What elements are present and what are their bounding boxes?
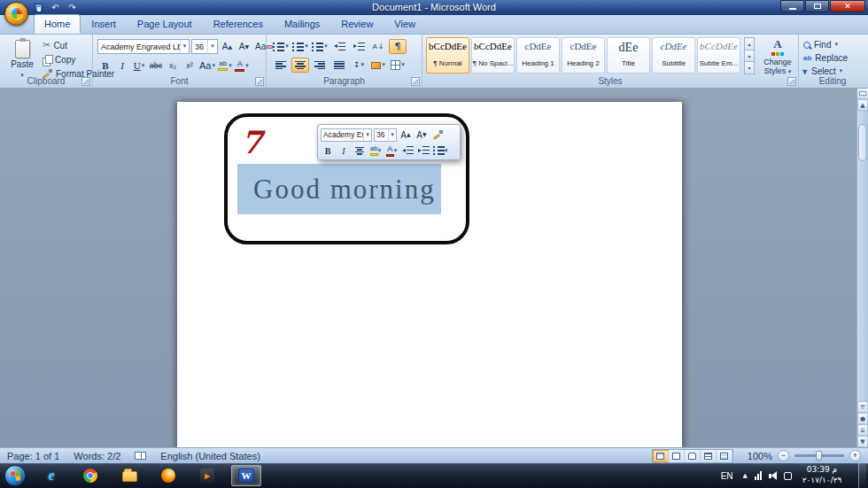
language-bar[interactable]: EN xyxy=(718,470,736,482)
style-title[interactable]: dEe Title xyxy=(607,37,650,74)
hidden-icons-chevron[interactable]: ▲ xyxy=(743,472,748,479)
find-button[interactable]: Find ▾ xyxy=(803,38,848,51)
show-hide-paragraph-button[interactable]: ¶ xyxy=(389,39,407,54)
action-center-icon[interactable] xyxy=(784,472,792,480)
mini-align-center-button[interactable] xyxy=(353,144,367,158)
taskbar-firefox[interactable] xyxy=(153,465,183,486)
paragraph-dialog-launcher[interactable]: ◿ xyxy=(411,77,420,86)
align-right-button[interactable] xyxy=(311,58,329,73)
subscript-button[interactable]: x₂ xyxy=(165,58,181,74)
mini-italic-button[interactable]: I xyxy=(337,144,351,158)
zoom-level[interactable]: 100% xyxy=(748,451,772,461)
speaker-icon[interactable] xyxy=(769,471,777,480)
proofing-icon[interactable] xyxy=(135,452,146,460)
mini-format-painter-button[interactable] xyxy=(430,128,445,142)
web-layout-view-button[interactable] xyxy=(685,450,701,462)
tab-home[interactable]: Home xyxy=(34,14,81,34)
style-no-spacing[interactable]: bCcDdEe ¶ No Spaci... xyxy=(471,37,515,74)
taskbar-clock[interactable]: 03:39 م ٢٠١٧/١٠/٢٩ xyxy=(799,465,845,485)
numbering-button[interactable]: ▾ xyxy=(291,39,309,54)
save-button[interactable] xyxy=(32,2,45,14)
bullets-button[interactable]: ▾ xyxy=(272,39,290,54)
mini-highlight-button[interactable]: ab▾ xyxy=(368,144,383,158)
zoom-in-button[interactable]: + xyxy=(849,450,861,461)
text-highlight-button[interactable]: ab ▾ xyxy=(217,58,233,74)
word-count[interactable]: Words: 2/2 xyxy=(74,451,120,461)
mini-decrease-indent-button[interactable] xyxy=(400,144,415,158)
taskbar-file-explorer[interactable] xyxy=(114,465,144,486)
show-desktop-button[interactable] xyxy=(858,463,866,488)
mini-font-color-button[interactable]: A▾ xyxy=(384,144,399,158)
taskbar-internet-explorer[interactable]: e xyxy=(36,465,66,486)
font-family-combo[interactable]: Academy Engraved LET ▾ xyxy=(97,39,190,54)
superscript-button[interactable]: x² xyxy=(182,58,198,74)
clipboard-dialog-launcher[interactable]: ◿ xyxy=(81,77,90,86)
style-subtitle[interactable]: cDdEe Subtitle xyxy=(652,37,695,74)
tab-view[interactable]: View xyxy=(384,14,426,34)
gallery-more-button[interactable]: ▾ xyxy=(744,61,755,74)
scrollbar-thumb[interactable] xyxy=(858,124,867,161)
vertical-scrollbar[interactable]: ▲ ⇈ ● ⇊ ▼ xyxy=(856,89,868,447)
decrease-indent-button[interactable] xyxy=(330,39,348,54)
mini-grow-font-button[interactable]: A▲ xyxy=(399,128,413,142)
gallery-scroll-up-button[interactable]: ▴ xyxy=(744,37,755,50)
style-subtle-emphasis[interactable]: bCcDdEe Subtle Em... xyxy=(697,37,740,74)
zoom-slider[interactable] xyxy=(794,454,844,457)
scroll-down-button[interactable]: ▼ xyxy=(857,436,868,447)
mini-font-size-combo[interactable]: 36 ▾ xyxy=(374,128,397,142)
grow-font-button[interactable]: A▲ xyxy=(220,39,235,54)
scroll-up-button[interactable]: ▲ xyxy=(857,99,868,111)
view-ruler-button[interactable] xyxy=(857,89,868,99)
mini-bullets-button[interactable]: ▾ xyxy=(432,144,449,158)
close-button[interactable]: ✕ xyxy=(830,0,865,12)
style-heading1[interactable]: cDdEe Heading 1 xyxy=(516,37,560,74)
zoom-out-button[interactable]: − xyxy=(778,450,789,461)
sort-button[interactable]: A↓ xyxy=(369,39,387,54)
align-left-button[interactable] xyxy=(272,58,290,73)
tab-mailings[interactable]: Mailings xyxy=(274,14,330,34)
font-dialog-launcher[interactable]: ◿ xyxy=(255,77,264,86)
page-indicator[interactable]: Page: 1 of 1 xyxy=(7,451,59,461)
font-color-button[interactable]: A ▾ xyxy=(234,58,250,74)
change-case-button[interactable]: Aa▾ xyxy=(198,58,216,74)
line-spacing-button[interactable]: ↕▾ xyxy=(350,58,368,73)
underline-button[interactable]: U▾ xyxy=(131,58,147,74)
styles-dialog-launcher[interactable]: ◿ xyxy=(787,77,796,86)
start-button[interactable] xyxy=(4,465,26,486)
redo-button[interactable]: ↷ xyxy=(66,2,79,14)
replace-button[interactable]: ab Replace xyxy=(803,51,848,65)
font-size-combo[interactable]: 36 ▾ xyxy=(191,39,218,54)
previous-page-button[interactable]: ⇈ xyxy=(857,401,868,413)
shrink-font-button[interactable]: A▼ xyxy=(236,39,252,54)
borders-button[interactable]: ▾ xyxy=(389,58,407,73)
justify-button[interactable] xyxy=(330,58,348,73)
office-button[interactable] xyxy=(4,2,28,26)
style-normal[interactable]: bCcDdEe ¶ Normal xyxy=(426,37,469,74)
maximize-button[interactable] xyxy=(805,0,829,12)
style-heading2[interactable]: cDdEe Heading 2 xyxy=(562,37,605,74)
select-browse-object-button[interactable]: ● xyxy=(857,413,868,424)
next-page-button[interactable]: ⇊ xyxy=(857,424,868,436)
network-icon[interactable] xyxy=(755,471,762,480)
outline-view-button[interactable] xyxy=(701,450,717,462)
qat-customize-button[interactable]: ▾ xyxy=(82,2,96,14)
taskbar-media-player[interactable]: ▶ xyxy=(192,465,222,486)
multilevel-list-button[interactable]: ▾ xyxy=(311,39,329,54)
document-number[interactable]: 7 xyxy=(241,127,262,158)
tab-review[interactable]: Review xyxy=(330,14,384,34)
tab-page-layout[interactable]: Page Layout xyxy=(127,14,203,34)
mini-shrink-font-button[interactable]: A▼ xyxy=(415,128,429,142)
increase-indent-button[interactable] xyxy=(350,39,368,54)
tab-references[interactable]: References xyxy=(203,14,274,34)
taskbar-word-active[interactable]: W xyxy=(231,465,261,486)
print-layout-view-button[interactable] xyxy=(653,450,669,462)
bold-button[interactable]: B xyxy=(97,58,113,74)
shading-button[interactable]: ▾ xyxy=(369,58,387,73)
taskbar-chrome[interactable] xyxy=(75,465,105,486)
draft-view-button[interactable] xyxy=(717,450,732,462)
mini-increase-indent-button[interactable] xyxy=(416,144,430,158)
align-center-button[interactable] xyxy=(291,58,309,73)
mini-bold-button[interactable]: B xyxy=(321,144,335,158)
zoom-slider-thumb[interactable] xyxy=(816,451,822,461)
mini-font-family-combo[interactable]: Academy Er ▾ xyxy=(321,128,372,142)
